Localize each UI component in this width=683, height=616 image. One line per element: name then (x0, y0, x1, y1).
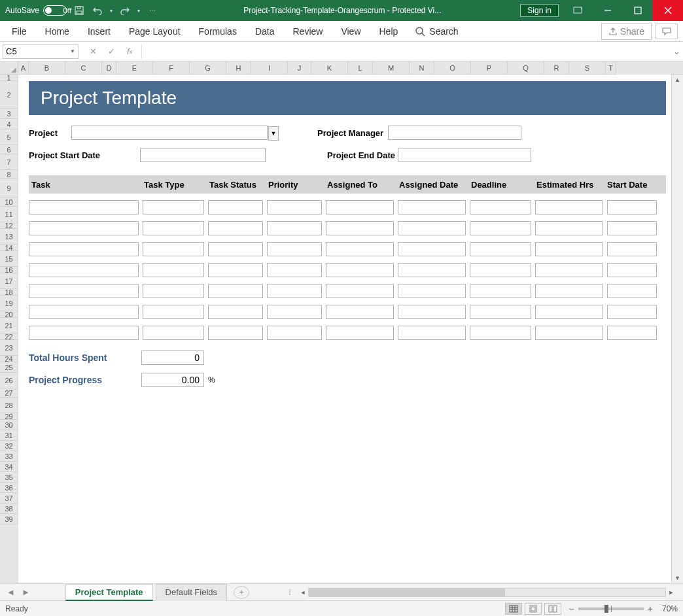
table-cell[interactable] (398, 221, 466, 235)
table-cell[interactable] (29, 242, 139, 256)
column-header[interactable]: R (544, 61, 569, 75)
row-header[interactable]: 17 (0, 273, 18, 289)
expand-formula-bar-icon[interactable]: ⌄ (670, 46, 683, 56)
table-cell[interactable] (398, 326, 466, 340)
ribbon-tab-file[interactable]: File (3, 22, 36, 41)
row-header[interactable]: 19 (0, 296, 18, 311)
signin-button[interactable]: Sign in (520, 4, 559, 17)
table-cell[interactable] (267, 284, 322, 298)
row-header[interactable]: 25 (0, 362, 18, 373)
row-header[interactable]: 10 (0, 197, 18, 207)
table-cell[interactable] (607, 305, 657, 319)
table-cell[interactable] (267, 200, 322, 214)
tab-scroll-grip-icon[interactable]: ⁞ (289, 587, 291, 597)
table-cell[interactable] (535, 305, 603, 319)
row-header[interactable]: 32 (0, 441, 18, 451)
row-header[interactable]: 4 (0, 119, 18, 129)
table-cell[interactable] (208, 326, 263, 340)
table-cell[interactable] (535, 284, 603, 298)
table-cell[interactable] (398, 200, 466, 214)
row-header[interactable]: 18 (0, 289, 18, 296)
hscroll-left-icon[interactable]: ◄ (298, 589, 308, 596)
sheet-tab-project-template[interactable]: Project Template (65, 584, 153, 601)
table-cell[interactable] (143, 221, 204, 235)
ribbon-tab-help[interactable]: Help (370, 22, 408, 41)
row-header[interactable]: 3 (0, 109, 18, 119)
table-cell[interactable] (607, 221, 657, 235)
table-cell[interactable] (470, 221, 531, 235)
column-header[interactable]: H (226, 61, 251, 75)
table-cell[interactable] (29, 305, 139, 319)
table-cell[interactable] (267, 242, 322, 256)
value-project-progress[interactable]: 0.00 (141, 373, 204, 387)
table-cell[interactable] (326, 221, 394, 235)
table-cell[interactable] (29, 200, 139, 214)
column-header[interactable]: S (569, 61, 606, 75)
vertical-scrollbar[interactable]: ▲ ▼ (671, 75, 683, 583)
page-break-view-button[interactable] (544, 603, 561, 615)
table-cell[interactable] (29, 263, 139, 277)
column-header[interactable]: A (18, 61, 29, 75)
table-cell[interactable] (398, 242, 466, 256)
new-sheet-button[interactable]: ＋ (234, 586, 249, 599)
ribbon-tab-home[interactable]: Home (36, 22, 79, 41)
table-cell[interactable] (267, 326, 322, 340)
table-cell[interactable] (208, 221, 263, 235)
column-header[interactable]: M (373, 61, 410, 75)
undo-dropdown-icon[interactable]: ▾ (108, 3, 114, 18)
table-cell[interactable] (29, 284, 139, 298)
row-header[interactable]: 38 (0, 504, 18, 514)
table-cell[interactable] (398, 305, 466, 319)
redo-dropdown-icon[interactable]: ▾ (135, 3, 142, 18)
scroll-down-icon[interactable]: ▼ (672, 573, 683, 583)
table-cell[interactable] (398, 263, 466, 277)
input-project-manager[interactable] (388, 126, 521, 140)
ribbon-display-icon[interactable] (563, 0, 593, 21)
table-cell[interactable] (208, 263, 263, 277)
row-header[interactable]: 27 (0, 388, 18, 398)
table-cell[interactable] (29, 221, 139, 235)
input-project[interactable]: ▼ (71, 126, 268, 140)
table-cell[interactable] (143, 326, 204, 340)
cancel-formula-icon[interactable]: ✕ (84, 44, 102, 59)
row-header[interactable]: 13 (0, 229, 18, 245)
column-header[interactable]: T (606, 61, 616, 75)
table-cell[interactable] (326, 263, 394, 277)
table-cell[interactable] (208, 200, 263, 214)
column-header[interactable]: G (190, 61, 226, 75)
table-cell[interactable] (208, 284, 263, 298)
worksheet-viewport[interactable]: Project Template Project ▼ Project Manag… (18, 75, 671, 583)
table-cell[interactable] (535, 221, 603, 235)
ribbon-tab-data[interactable]: Data (246, 22, 284, 41)
column-header[interactable]: B (29, 61, 65, 75)
hscroll-right-icon[interactable]: ► (666, 589, 676, 596)
zoom-slider[interactable] (578, 607, 644, 610)
table-cell[interactable] (535, 242, 603, 256)
undo-icon[interactable] (90, 3, 105, 18)
row-header[interactable]: 11 (0, 207, 18, 222)
table-cell[interactable] (208, 242, 263, 256)
column-header[interactable]: P (471, 61, 508, 75)
enter-formula-icon[interactable]: ✓ (102, 44, 120, 59)
ribbon-tab-page-layout[interactable]: Page Layout (120, 22, 190, 41)
ribbon-tab-insert[interactable]: Insert (79, 22, 120, 41)
row-header[interactable]: 8 (0, 170, 18, 179)
save-icon[interactable] (71, 3, 87, 18)
table-cell[interactable] (326, 200, 394, 214)
table-cell[interactable] (326, 242, 394, 256)
close-button[interactable] (653, 0, 683, 21)
row-header[interactable]: 16 (0, 267, 18, 273)
table-cell[interactable] (143, 200, 204, 214)
column-header[interactable]: I (251, 61, 288, 75)
comments-button[interactable] (656, 24, 678, 39)
zoom-in-button[interactable]: + (648, 604, 653, 614)
table-cell[interactable] (470, 284, 531, 298)
row-header[interactable]: 39 (0, 514, 18, 524)
formula-input[interactable] (142, 44, 670, 59)
table-cell[interactable] (267, 263, 322, 277)
table-cell[interactable] (607, 326, 657, 340)
horizontal-scrollbar[interactable]: ◄ ► (298, 588, 676, 597)
row-header[interactable]: 35 (0, 472, 18, 483)
ribbon-tab-view[interactable]: View (332, 22, 370, 41)
column-header[interactable]: F (153, 61, 190, 75)
